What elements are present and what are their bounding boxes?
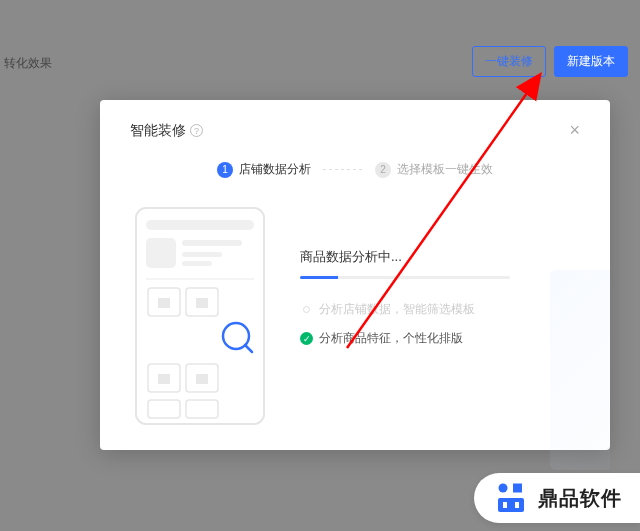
brand-logo-icon bbox=[494, 481, 528, 515]
page-label: 转化效果 bbox=[4, 55, 52, 72]
one-click-decorate-button[interactable]: 一键装修 bbox=[472, 46, 546, 77]
svg-rect-2 bbox=[146, 238, 176, 268]
phone-mockup bbox=[130, 206, 270, 430]
svg-rect-14 bbox=[158, 374, 170, 384]
svg-point-21 bbox=[499, 484, 508, 493]
modal-title: 智能装修 ? bbox=[130, 122, 203, 140]
progress-bar bbox=[300, 276, 510, 279]
svg-rect-4 bbox=[182, 252, 222, 257]
svg-rect-6 bbox=[146, 278, 254, 280]
new-version-button[interactable]: 新建版本 bbox=[554, 46, 628, 77]
top-buttons: 一键装修 新建版本 bbox=[472, 46, 628, 77]
circle-icon bbox=[300, 303, 313, 316]
help-icon[interactable]: ? bbox=[190, 124, 203, 137]
svg-rect-24 bbox=[503, 502, 507, 508]
svg-rect-23 bbox=[498, 498, 524, 512]
close-icon[interactable]: × bbox=[569, 120, 580, 141]
svg-rect-18 bbox=[186, 400, 218, 418]
task-pending: 分析店铺数据，智能筛选模板 bbox=[300, 301, 580, 318]
step-2: 2 选择模板一键生效 bbox=[375, 161, 493, 178]
step-divider bbox=[323, 169, 363, 170]
svg-rect-1 bbox=[146, 220, 254, 230]
svg-rect-16 bbox=[196, 374, 208, 384]
progress-label: 商品数据分析中... bbox=[300, 248, 580, 266]
svg-line-12 bbox=[245, 345, 252, 352]
svg-rect-17 bbox=[148, 400, 180, 418]
svg-rect-22 bbox=[513, 484, 522, 493]
step-1: 1 店铺数据分析 bbox=[217, 161, 311, 178]
brand-badge: 鼎品软件 bbox=[474, 473, 640, 523]
decorative-panel bbox=[550, 270, 610, 470]
task-done: ✓ 分析商品特征，个性化排版 bbox=[300, 330, 580, 347]
progress-area: 商品数据分析中... 分析店铺数据，智能筛选模板 ✓ 分析商品特征，个性化排版 bbox=[300, 206, 580, 430]
brand-name: 鼎品软件 bbox=[538, 485, 622, 512]
progress-fill bbox=[300, 276, 338, 279]
svg-rect-25 bbox=[515, 502, 519, 508]
svg-rect-3 bbox=[182, 240, 242, 246]
check-icon: ✓ bbox=[300, 332, 313, 345]
svg-rect-5 bbox=[182, 261, 212, 266]
svg-rect-8 bbox=[158, 298, 170, 308]
svg-rect-10 bbox=[196, 298, 208, 308]
step-indicator: 1 店铺数据分析 2 选择模板一键生效 bbox=[130, 161, 580, 178]
smart-decorate-modal: 智能装修 ? × 1 店铺数据分析 2 选择模板一键生效 bbox=[100, 100, 610, 450]
